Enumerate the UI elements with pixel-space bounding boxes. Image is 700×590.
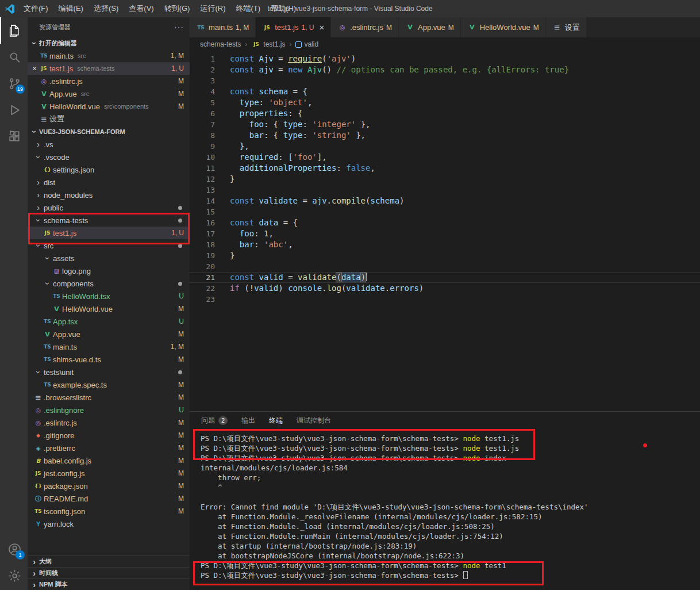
code-line[interactable]: 16const data = { <box>190 217 700 228</box>
terminal[interactable]: PS D:\项目文件\vue3-study\vue3-json-schema-f… <box>190 430 700 590</box>
code-line[interactable]: 21const valid = validate(data) <box>190 272 700 283</box>
menu-item[interactable]: 文件(F) <box>18 0 53 17</box>
menu-item[interactable]: 运行(R) <box>195 0 230 17</box>
tree-file-.gitignore[interactable]: ◆.gitignoreM <box>28 429 190 442</box>
open-editor-row[interactable]: VHelloWorld.vuesrc\componentsM <box>28 100 190 113</box>
tree-file-test1.js[interactable]: JStest1.js1, U <box>28 227 190 239</box>
breadcrumb-item[interactable]: valid <box>295 40 318 48</box>
tree-folder-dist[interactable]: ›dist <box>28 176 190 189</box>
sidebar-section-大纲[interactable]: ›大纲 <box>28 555 190 567</box>
breadcrumb-item[interactable]: JStest1.js <box>251 40 285 48</box>
project-section-header[interactable]: › VUE3-JSON-SCHEMA-FORM <box>28 125 190 138</box>
editor-tab[interactable]: ◎.eslintrc.jsM <box>331 17 399 37</box>
tree-folder-node_modules[interactable]: ›node_modules <box>28 189 190 201</box>
tree-file-logo.png[interactable]: ▨logo.png <box>28 265 190 277</box>
extensions-icon[interactable] <box>0 123 28 150</box>
code-line[interactable]: 20 <box>190 261 700 272</box>
tree-folder-schema-tests[interactable]: ›schema-tests <box>28 214 190 227</box>
panel-tab[interactable]: 终端 <box>269 412 283 430</box>
js-file-icon: JS <box>262 25 272 30</box>
code-line[interactable]: 10 required: ['foo'], <box>190 152 700 163</box>
tree-file-package.json[interactable]: {}package.jsonM <box>28 480 190 492</box>
open-editor-row[interactable]: ×JStest1.jsschema-tests1, U <box>28 62 190 75</box>
editor-tab[interactable]: VHelloWorld.vueM <box>461 17 546 37</box>
editor-tab[interactable]: VApp.vueM <box>399 17 461 37</box>
tree-file-HelloWorld.tsx[interactable]: TSHelloWorld.tsxU <box>28 290 190 302</box>
tree-file-.prettierrc[interactable]: ◈.prettierrcM <box>28 442 190 454</box>
breadcrumb-item[interactable]: schema-tests <box>200 40 241 48</box>
tree-file-babel.config.js[interactable]: Bbabel.config.jsM <box>28 454 190 467</box>
run-debug-icon[interactable] <box>0 97 28 123</box>
close-icon[interactable]: × <box>319 22 324 32</box>
file-label: App.vue <box>49 90 77 98</box>
code-line[interactable]: 8 bar: { type: 'string' }, <box>190 130 700 141</box>
code-line[interactable]: 14const validate = ajv.compile(schema) <box>190 196 700 206</box>
tree-file-.eslintignore[interactable]: ◎.eslintignoreU <box>28 404 190 416</box>
editor-tab[interactable]: JStest1.js1, U× <box>256 17 331 37</box>
tree-folder-src[interactable]: ›src <box>28 239 190 252</box>
tree-file-jest.config.js[interactable]: JSjest.config.jsM <box>28 467 190 480</box>
tree-file-yarn.lock[interactable]: Yyarn.lock <box>28 518 190 530</box>
menu-item[interactable]: 转到(G) <box>159 0 195 17</box>
panel-tab[interactable]: 调试控制台 <box>297 412 331 430</box>
sidebar-section-NPM 脚本[interactable]: ›NPM 脚本 <box>28 578 190 590</box>
tree-folder-assets[interactable]: ›assets <box>28 252 190 265</box>
code-line[interactable]: 11 additionalProperties: false, <box>190 163 700 174</box>
code-line[interactable]: 9 }, <box>190 141 700 152</box>
code-line[interactable]: 13 <box>190 185 700 196</box>
open-editors-header[interactable]: › 打开的编辑器 <box>28 37 190 49</box>
code-line[interactable]: 22if (!valid) console.log(validate.error… <box>190 283 700 294</box>
code-line[interactable]: 2const ajv = new Ajv() // options can be… <box>190 64 700 75</box>
tree-file-.eslintrc.js[interactable]: ◎.eslintrc.jsM <box>28 416 190 429</box>
tree-file-settings.json[interactable]: {}settings.json <box>28 163 190 176</box>
more-actions-icon[interactable]: ··· <box>174 22 184 32</box>
tree-file-App.vue[interactable]: VApp.vueM <box>28 328 190 340</box>
tree-folder-.vscode[interactable]: ›.vscode <box>28 151 190 163</box>
tree-folder-.vs[interactable]: ›.vs <box>28 138 190 151</box>
code-line[interactable]: 5 type: 'object', <box>190 97 700 108</box>
tree-file-README.md[interactable]: ⓘREADME.mdM <box>28 492 190 505</box>
code-line[interactable]: 4const schema = { <box>190 86 700 97</box>
menu-item[interactable]: 终端(T) <box>230 0 266 17</box>
explorer-icon[interactable] <box>0 17 28 44</box>
editor-tab[interactable]: ≡设置 <box>546 17 587 37</box>
open-editor-row[interactable]: ◎.eslintrc.jsM <box>28 75 190 87</box>
breadcrumb-label: valid <box>304 40 318 48</box>
code-line[interactable]: 3 <box>190 75 700 86</box>
account-icon[interactable]: 1 <box>0 536 28 562</box>
code-line[interactable]: 7 foo: { type: 'integer' }, <box>190 119 700 130</box>
open-editor-row[interactable]: ≡设置 <box>28 113 190 125</box>
code-line[interactable]: 17 foo: 1, <box>190 228 700 239</box>
tree-folder-tests-unit[interactable]: ›tests\unit <box>28 366 190 378</box>
tree-file-main.ts[interactable]: TSmain.ts1, M <box>28 340 190 353</box>
close-icon[interactable]: × <box>30 64 39 73</box>
code-line[interactable]: 6 properties: { <box>190 108 700 119</box>
sidebar-section-时间线[interactable]: ›时间线 <box>28 567 190 578</box>
code-line[interactable]: 23 <box>190 294 700 305</box>
code-line[interactable]: 19} <box>190 250 700 261</box>
tree-folder-components[interactable]: ›components <box>28 277 190 290</box>
code-line[interactable]: 15 <box>190 206 700 217</box>
tree-file-.browserslistrc[interactable]: ≡.browserslistrcM <box>28 391 190 404</box>
open-editor-row[interactable]: VApp.vuesrcM <box>28 87 190 100</box>
menu-item[interactable]: 选择(S) <box>89 0 124 17</box>
open-editor-row[interactable]: TSmain.tssrc1, M <box>28 49 190 62</box>
code-line[interactable]: 12} <box>190 174 700 185</box>
tree-file-shims-vue.d.ts[interactable]: TSshims-vue.d.tsM <box>28 353 190 366</box>
menu-item[interactable]: 编辑(E) <box>53 0 89 17</box>
code-editor[interactable]: 1const Ajv = require('ajv')2const ajv = … <box>190 51 700 411</box>
tree-file-tsconfig.json[interactable]: TStsconfig.jsonM <box>28 505 190 518</box>
tree-file-App.tsx[interactable]: TSApp.tsxU <box>28 315 190 328</box>
editor-tab[interactable]: TSmain.ts1, M <box>190 17 256 37</box>
menu-item[interactable]: 查看(V) <box>124 0 159 17</box>
settings-gear-icon[interactable] <box>0 562 28 589</box>
code-line[interactable]: 18 bar: 'abc', <box>190 239 700 250</box>
code-line[interactable]: 1const Ajv = require('ajv') <box>190 53 700 64</box>
tree-file-example.spec.ts[interactable]: TSexample.spec.tsM <box>28 378 190 391</box>
panel-tab[interactable]: 输出 <box>241 412 255 430</box>
panel-tab[interactable]: 问题2 <box>201 412 228 430</box>
source-control-icon[interactable]: 19 <box>0 70 28 97</box>
tree-folder-public[interactable]: ›public <box>28 201 190 214</box>
tree-file-HelloWorld.vue[interactable]: VHelloWorld.vueM <box>28 302 190 315</box>
search-icon[interactable] <box>0 44 28 70</box>
